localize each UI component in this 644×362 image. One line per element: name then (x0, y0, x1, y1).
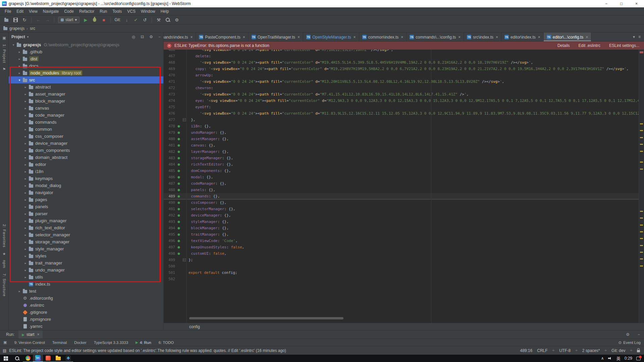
tree-item-commands[interactable]: ▸commands (9, 119, 163, 126)
tree-item-trait-manager[interactable]: ▸trait_manager (9, 259, 163, 266)
tree-item-grapesjs[interactable]: ▾grapesjsG:\webstorm_project\grapesjs\gr… (9, 41, 163, 48)
close-button[interactable]: × (629, 0, 644, 7)
close-run-tab-icon[interactable]: × (37, 332, 39, 337)
tree-item-navigator[interactable]: ▸navigator (9, 189, 163, 196)
encoding-widget[interactable]: UTF-8 (559, 348, 571, 353)
expand-arrow-icon[interactable]: ▸ (23, 177, 28, 180)
tree-item--yarnrc[interactable]: .yarnrc (9, 323, 163, 330)
breadcrumb-item-src[interactable]: src (30, 26, 35, 31)
expand-arrow-icon[interactable]: ▸ (17, 57, 22, 61)
taskbar-gem-app[interactable] (63, 355, 73, 362)
expand-arrow-icon[interactable]: ▸ (23, 149, 28, 152)
close-tab-icon[interactable]: × (243, 35, 245, 40)
gutter-marker[interactable] (176, 148, 182, 155)
status-message[interactable]: ESLint: The project code style and edito… (9, 348, 286, 353)
sidebar-item-npm[interactable]: npm (2, 260, 6, 268)
close-tab-icon[interactable]: × (354, 35, 356, 40)
tree-item-device-manager[interactable]: ▸device_manager (9, 140, 163, 147)
field-marker-icon[interactable] (177, 233, 180, 236)
gutter-marker[interactable] (176, 123, 182, 129)
expand-arrow-icon[interactable]: ▸ (23, 268, 28, 272)
tree-item-modal-dialog[interactable]: ▸modal_dialog (9, 182, 163, 189)
expand-arrow-icon[interactable]: ▸ (23, 205, 28, 208)
build-icon[interactable]: ⚒ (156, 17, 162, 23)
toolwindow-terminal[interactable]: Terminal (52, 341, 67, 345)
close-tab-icon[interactable]: × (458, 35, 461, 40)
gutter-marker[interactable] (176, 174, 182, 180)
expand-arrow-icon[interactable]: ▸ (23, 261, 28, 265)
rollback-icon[interactable]: ↺ (142, 17, 148, 23)
editor-tab[interactable]: TSOpenTraitManager.ts× (249, 33, 303, 41)
tree-item--editorconfig[interactable]: ⚙.editorconfig (9, 295, 163, 302)
horizontal-scrollbar[interactable] (189, 317, 343, 319)
field-marker-icon[interactable] (177, 208, 180, 210)
expand-arrow-icon[interactable]: ▸ (23, 142, 28, 145)
debug-button[interactable] (92, 17, 98, 23)
toolwindow-switcher-icon[interactable]: ▣ (3, 340, 7, 345)
tree-item-panels[interactable]: ▸panels (9, 203, 163, 210)
expand-arrow-icon[interactable]: ▸ (23, 128, 28, 131)
gutter-marker[interactable] (176, 136, 182, 142)
gutter-marker[interactable] (176, 129, 182, 136)
expand-arrow-icon[interactable]: ▾ (17, 78, 22, 82)
close-tab-icon[interactable]: × (298, 35, 300, 40)
collapse-all-icon[interactable]: ⊟ (141, 35, 144, 39)
editor-tab[interactable]: TSeditor\index.ts× (501, 33, 544, 41)
editor-tab[interactable]: TSsrc\index.ts× (464, 33, 501, 41)
tree-item-index-ts[interactable]: TSindex.ts (9, 281, 163, 288)
tree-item-docs[interactable]: ▸docs (9, 62, 163, 69)
tree-item-i18n[interactable]: ▸i18n (9, 168, 163, 175)
gutter-marker[interactable] (176, 244, 182, 250)
field-marker-icon[interactable] (177, 214, 180, 217)
minimize-button[interactable]: − (599, 0, 614, 7)
warning-stripe-mark[interactable] (640, 265, 643, 266)
tree-item-code-manager[interactable]: ▸code_manager (9, 112, 163, 119)
tree-item-dom-components[interactable]: ▸dom_components (9, 147, 163, 154)
tree-item-abstract[interactable]: ▸abstract (9, 83, 163, 90)
expand-arrow-icon[interactable]: ▸ (17, 290, 22, 293)
run-panel-hide-icon[interactable]: − (638, 332, 640, 337)
editor-tab[interactable]: TSOpenStyleManager.ts× (303, 33, 359, 41)
toolwindow-6-todo[interactable]: 6: TODO (159, 341, 174, 345)
warning-stripe-mark[interactable] (640, 211, 643, 212)
tree-item-block-manager[interactable]: ▸block_manager (9, 98, 163, 105)
expand-arrow-icon[interactable]: ▸ (23, 219, 28, 223)
tree-item-src[interactable]: ▾src (9, 76, 163, 83)
editor-tab[interactable]: TSPasteComponent.ts× (196, 33, 248, 41)
volume-icon[interactable] (608, 356, 612, 360)
menu-file[interactable]: File (2, 7, 14, 15)
tree-item-common[interactable]: ▸common (9, 126, 163, 133)
gutter-marker[interactable] (176, 161, 182, 168)
expand-arrow-icon[interactable]: ▾ (11, 43, 16, 47)
line-ending-widget[interactable]: CRLF (537, 348, 547, 353)
project-panel-title[interactable]: Project (11, 35, 25, 39)
taskbar-red-app[interactable] (43, 355, 53, 362)
fold-marker[interactable]: − (182, 257, 186, 263)
expand-arrow-icon[interactable]: ▸ (23, 85, 28, 89)
warning-stripe-mark[interactable] (640, 169, 643, 170)
banner-action-eslint-settings-[interactable]: ESLint settings... (609, 43, 639, 48)
run-configuration-select[interactable]: start ▾ (58, 17, 79, 23)
gutter-marker[interactable] (176, 180, 182, 187)
warning-stripe-mark[interactable] (640, 151, 643, 152)
gutter-marker[interactable] (176, 219, 182, 225)
taskbar-chrome[interactable] (23, 355, 33, 362)
tree-item--gitignore[interactable]: .gitignore (9, 309, 163, 316)
expand-arrow-icon[interactable]: ▸ (23, 240, 28, 244)
field-marker-icon[interactable] (177, 201, 180, 204)
field-marker-icon[interactable] (177, 189, 180, 191)
warning-stripe-mark[interactable] (640, 130, 643, 131)
gutter-marker[interactable] (176, 199, 182, 206)
tray-clock[interactable]: 0:29 (625, 356, 632, 361)
field-marker-icon[interactable] (177, 227, 180, 230)
close-tab-icon[interactable]: × (401, 35, 403, 40)
sidebar-item-structure[interactable]: 7: Structure (2, 274, 6, 297)
tree-item-style-manager[interactable]: ▸style_manager (9, 245, 163, 252)
expand-arrow-icon[interactable]: ▸ (17, 50, 22, 54)
expand-arrow-icon[interactable]: ▸ (23, 233, 28, 237)
warning-stripe-mark[interactable] (640, 137, 643, 138)
menu-code[interactable]: Code (61, 7, 76, 15)
field-marker-icon[interactable] (177, 240, 180, 242)
gutter-marker[interactable] (176, 206, 182, 212)
close-tab-icon[interactable]: × (496, 35, 498, 40)
